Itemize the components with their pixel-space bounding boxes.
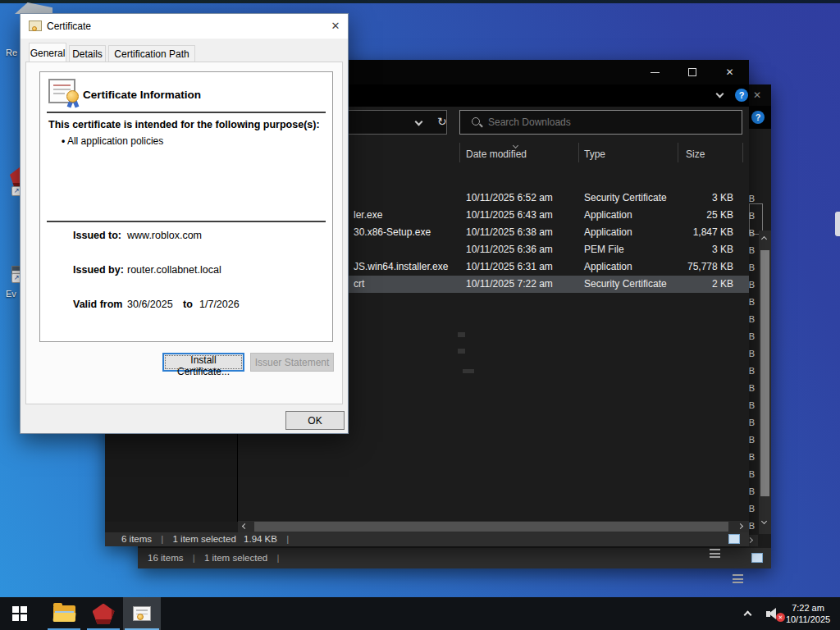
- valid-from-value: 30/6/2025: [127, 299, 173, 310]
- file-name: 30.x86-Setup.exe: [354, 224, 431, 241]
- file-size: 1,847 KB: [630, 224, 733, 241]
- close-icon[interactable]: ✕: [746, 84, 768, 106]
- ok-button[interactable]: OK: [285, 411, 345, 430]
- selection-size: 1.94 KB: [239, 534, 277, 544]
- thumbnail-view-icon[interactable]: [751, 553, 763, 563]
- tab-general[interactable]: General: [29, 43, 66, 62]
- selection-count: 1 item selected: [204, 553, 267, 563]
- scroll-down-icon[interactable]: [761, 518, 767, 524]
- file-name: crt: [354, 276, 364, 293]
- back-status-bar: 16 items | 1 item selected |: [138, 548, 771, 568]
- file-size: 2 KB: [630, 276, 733, 293]
- taskbar-red-app-button[interactable]: [85, 597, 121, 630]
- column-divider[interactable]: [578, 143, 579, 162]
- column-header-date-modified[interactable]: Date modified: [466, 148, 527, 160]
- status-bar: 6 items | 1 item selected 1.94 KB |: [105, 532, 749, 546]
- issued-by-label: Issued by:: [73, 264, 124, 276]
- column-divider[interactable]: [678, 143, 678, 162]
- help-icon[interactable]: ?: [735, 89, 748, 102]
- item-count: 6 items: [105, 534, 152, 544]
- taskbar-clock[interactable]: 7:22 am 10/11/2025: [781, 602, 835, 625]
- volume-muted-icon[interactable]: ✕: [766, 607, 783, 621]
- issued-by-value: router.collabnet.local: [127, 264, 221, 276]
- purpose-heading: This certificate is intended for the fol…: [48, 119, 320, 130]
- clipped-desktop-icon-right-edge[interactable]: [835, 212, 840, 236]
- taskbar-certificate-button[interactable]: [123, 597, 161, 630]
- screen-artifact: [463, 369, 474, 373]
- dialog-title: Certificate: [47, 21, 91, 32]
- certificate-icon: [29, 21, 42, 31]
- file-size: 75,778 KB: [630, 258, 733, 276]
- separator: |: [280, 534, 295, 544]
- horizontal-scrollbar[interactable]: [238, 521, 749, 532]
- file-date-modified: 10/11/2025 7:22 am: [466, 276, 553, 293]
- screen-top-edge-strip: [0, 0, 840, 3]
- taskbar-file-explorer-button[interactable]: [46, 597, 82, 630]
- install-certificate-button[interactable]: Install Certificate...: [162, 353, 244, 372]
- close-button[interactable]: ✕: [323, 14, 348, 39]
- column-header-type[interactable]: Type: [584, 148, 605, 160]
- dialog-title-bar[interactable]: Certificate ✕: [21, 14, 348, 39]
- valid-from-label: Valid from: [73, 299, 122, 310]
- separator: |: [270, 553, 285, 563]
- scrollbar-thumb[interactable]: [254, 522, 728, 532]
- help-icon[interactable]: ?: [751, 111, 765, 124]
- divider: [47, 221, 326, 222]
- address-dropdown-icon[interactable]: [415, 118, 423, 126]
- clock-time: 7:22 am: [781, 602, 835, 614]
- screen-artifact: [458, 332, 465, 337]
- refresh-icon[interactable]: ↻: [437, 115, 447, 128]
- background-window-corner-fragment: [15, 2, 52, 14]
- column-header-size[interactable]: Size: [686, 148, 705, 160]
- file-date-modified: 10/11/2025 6:31 am: [466, 258, 553, 276]
- issuer-statement-button[interactable]: Issuer Statement: [250, 353, 334, 372]
- clock-date: 10/11/2025: [781, 614, 835, 625]
- file-name: ler.exe: [354, 207, 382, 224]
- scroll-up-icon[interactable]: [761, 236, 767, 242]
- start-button[interactable]: [0, 597, 39, 630]
- selection-count: 1 item selected: [172, 534, 235, 544]
- purpose-item: • All application policies: [62, 135, 163, 147]
- screen-artifact: [458, 349, 465, 354]
- ribbon-expand-icon[interactable]: [716, 90, 724, 98]
- desktop-icon-label-re[interactable]: Re: [6, 48, 17, 57]
- issued-to-label: Issued to:: [73, 230, 121, 241]
- valid-to-label: to: [183, 299, 193, 310]
- scroll-right-icon[interactable]: [737, 523, 743, 529]
- scroll-left-icon[interactable]: [242, 523, 248, 529]
- details-view-icon[interactable]: [710, 549, 720, 558]
- file-date-modified: 10/11/2025 6:43 am: [466, 207, 553, 224]
- tray-expand-icon[interactable]: [744, 611, 752, 619]
- scrollbar-thumb[interactable]: [760, 250, 769, 496]
- file-type: Application: [584, 224, 632, 241]
- issued-to-value: www.roblox.com: [127, 230, 202, 241]
- bullet-icon: •: [62, 135, 65, 147]
- column-divider[interactable]: [742, 143, 743, 162]
- file-size: 3 KB: [630, 189, 733, 207]
- tab-page-general: Certificate Information This certificate…: [25, 62, 343, 404]
- divider: [47, 112, 326, 113]
- file-name: JS.win64.installer.exe: [354, 258, 448, 276]
- search-input[interactable]: [488, 112, 734, 132]
- close-button[interactable]: ✕: [710, 60, 749, 84]
- tab-details[interactable]: Details: [69, 45, 106, 62]
- search-box[interactable]: [459, 110, 742, 135]
- file-type: PEM File: [584, 241, 624, 258]
- tab-certification-path[interactable]: Certification Path: [108, 45, 195, 62]
- maximize-icon: [688, 68, 696, 76]
- file-size: 25 KB: [630, 207, 733, 224]
- minimize-icon: [651, 72, 660, 73]
- separator: |: [154, 534, 170, 544]
- minimize-button[interactable]: [637, 60, 673, 84]
- details-view-icon[interactable]: [733, 574, 743, 583]
- windows-logo-icon: [12, 606, 27, 621]
- column-divider[interactable]: [459, 143, 460, 162]
- thumbnail-view-icon[interactable]: [728, 534, 740, 544]
- red-app-icon: [93, 604, 115, 624]
- taskbar: ✕ 7:22 am 10/11/2025: [0, 597, 840, 630]
- back-vertical-scrollbar[interactable]: [759, 231, 771, 534]
- desktop: Re ↗ ↗ Ev ✕ ? KBKBKBKBKBKBKBKBKBKBKBKBKB…: [0, 0, 840, 630]
- file-date-modified: 10/11/2025 6:52 am: [466, 189, 553, 207]
- maximize-button[interactable]: [673, 60, 710, 84]
- search-icon: [472, 117, 480, 126]
